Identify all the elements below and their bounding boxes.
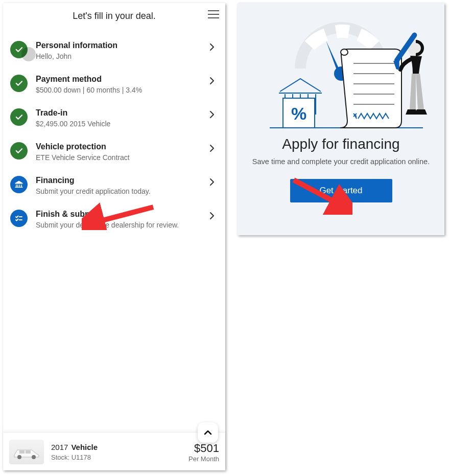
svg-point-16	[341, 49, 348, 55]
step-subtitle: Submit your deal to the dealership for r…	[36, 221, 207, 229]
vehicle-summary-bar: 2017Vehicle Stock: U1178 $501 Per Month	[3, 432, 225, 470]
chevron-right-icon	[207, 178, 217, 186]
step-title: Trade-in	[36, 108, 207, 118]
svg-rect-5	[26, 450, 31, 454]
step-vehicle-protection[interactable]: Vehicle protection ETE Vehicle Service C…	[8, 135, 220, 169]
bank-icon	[10, 176, 28, 193]
menu-icon[interactable]	[208, 10, 219, 18]
vehicle-stock: Stock: U1178	[51, 454, 188, 461]
financing-illustration: %	[245, 12, 437, 130]
svg-point-2	[17, 455, 21, 459]
checklist-icon	[10, 210, 28, 227]
step-title: Financing	[36, 176, 207, 185]
financing-subtitle: Save time and complete your credit appli…	[252, 157, 430, 166]
svg-text:%: %	[291, 104, 306, 123]
step-subtitle: ETE Vehicle Service Contract	[36, 153, 207, 162]
deal-steps-panel: Let's fill in your deal. Personal inform…	[3, 3, 225, 470]
check-icon	[10, 142, 28, 160]
chevron-right-icon	[207, 77, 217, 85]
apply-financing-panel: % Apply for financing	[238, 3, 444, 235]
step-finish-submit[interactable]: Finish & submit Submit your deal to the …	[8, 202, 220, 236]
tap-ripple	[21, 47, 36, 61]
step-subtitle: Submit your credit application today.	[36, 187, 207, 195]
step-text: Personal information Hello, John	[36, 41, 207, 60]
step-personal-information[interactable]: Personal information Hello, John	[8, 34, 220, 67]
price-sub: Per Month	[188, 455, 219, 463]
vehicle-title: 2017Vehicle	[51, 443, 188, 451]
chevron-right-icon	[207, 144, 217, 152]
step-title: Vehicle protection	[36, 142, 207, 151]
svg-point-3	[32, 455, 36, 459]
page-title: Let's fill in your deal.	[73, 11, 156, 21]
step-text: Financing Submit your credit application…	[36, 176, 207, 195]
vehicle-name: Vehicle	[71, 443, 98, 451]
step-title: Personal information	[36, 41, 207, 50]
price-value: $501	[188, 442, 219, 455]
step-subtitle: $2,495.00 2015 Vehicle	[36, 120, 207, 128]
step-subtitle: $500.00 down | 60 months | 3.4%	[36, 86, 207, 94]
step-title: Payment method	[36, 75, 207, 84]
step-text: Trade-in $2,495.00 2015 Vehicle	[36, 108, 207, 128]
step-text: Vehicle protection ETE Vehicle Service C…	[36, 142, 207, 162]
step-text: Finish & submit Submit your deal to the …	[36, 210, 207, 229]
vehicle-year: 2017	[51, 443, 68, 451]
step-payment-method[interactable]: Payment method $500.00 down | 60 months …	[8, 67, 220, 101]
expand-button[interactable]	[198, 422, 218, 443]
chevron-right-icon	[207, 110, 217, 119]
chevron-right-icon	[207, 212, 217, 220]
vehicle-thumbnail	[9, 440, 44, 464]
get-started-button[interactable]: Get started	[290, 179, 392, 202]
price-block: $501 Per Month	[188, 442, 219, 463]
financing-title: Apply for financing	[282, 136, 399, 152]
vehicle-info: 2017Vehicle Stock: U1178	[51, 443, 188, 461]
step-text: Payment method $500.00 down | 60 months …	[36, 75, 207, 94]
step-subtitle: Hello, John	[36, 52, 207, 60]
check-icon	[10, 75, 28, 92]
steps-list: Personal information Hello, John Payment…	[3, 29, 225, 432]
chevron-right-icon	[207, 43, 217, 51]
svg-rect-4	[19, 450, 25, 454]
step-financing[interactable]: Financing Submit your credit application…	[8, 169, 220, 202]
check-icon	[10, 108, 28, 126]
step-trade-in[interactable]: Trade-in $2,495.00 2015 Vehicle	[8, 101, 220, 135]
step-title: Finish & submit	[36, 210, 207, 219]
panel-header: Let's fill in your deal.	[3, 3, 225, 29]
